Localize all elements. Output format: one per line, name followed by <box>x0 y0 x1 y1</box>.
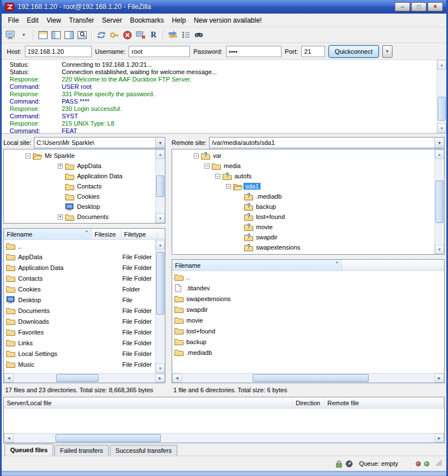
scrollbar-track[interactable] <box>435 159 444 245</box>
remote-site-dropdown-button[interactable]: ▼ <box>434 138 444 148</box>
reconnect-icon[interactable]: R <box>147 29 160 41</box>
password-input[interactable] <box>226 46 281 57</box>
tree-list-splitter[interactable] <box>170 255 446 259</box>
tree-item-swapextensions[interactable]: ?swapextensions <box>172 242 444 252</box>
local-file-row-downloads[interactable]: DownloadsFile Folder <box>4 316 165 327</box>
remote-file-row-movie[interactable]: movie <box>172 315 444 325</box>
scroll-up-button[interactable]: ▲ <box>156 149 165 159</box>
local-tree-scrollbar[interactable]: ▲▼ <box>155 149 165 223</box>
tab-successful-transfers[interactable]: Successful transfers <box>110 445 177 456</box>
scroll-left-button[interactable]: ◀ <box>4 374 14 383</box>
remote-site-combobox[interactable]: /var/media/autofs/sda1 ▼ <box>209 137 445 148</box>
menu-bookmarks[interactable]: Bookmarks <box>126 15 168 26</box>
scrollbar-thumb[interactable] <box>253 374 369 382</box>
tree-item-backup[interactable]: ?backup <box>172 201 444 212</box>
scrollbar-thumb[interactable] <box>156 252 164 315</box>
menu-view[interactable]: View <box>42 15 65 26</box>
scroll-up-button[interactable]: ▲ <box>156 240 165 250</box>
site-manager-icon[interactable] <box>5 29 17 41</box>
remote-file-row-item[interactable]: .. <box>172 272 444 282</box>
scroll-down-button[interactable]: ▼ <box>437 123 446 133</box>
local-list-scrollbar[interactable]: ▲▼ <box>155 240 165 373</box>
message-log-scrollbar[interactable]: ▲▼ <box>437 60 446 133</box>
encryption-icon[interactable] <box>336 460 342 468</box>
local-file-row-appdata[interactable]: AppDataFile Folder <box>4 251 165 262</box>
tree-item-application-data[interactable]: Application Data <box>4 171 165 181</box>
tree-expander-minus[interactable]: − <box>204 164 210 169</box>
local-file-row-music[interactable]: MusicFile Folder <box>4 359 165 370</box>
tree-item-desktop[interactable]: Desktop <box>4 201 165 212</box>
tree-item-media[interactable]: −media <box>172 161 444 171</box>
tree-item-contacts[interactable]: Contacts <box>4 181 165 191</box>
scrollbar-thumb[interactable] <box>56 434 161 442</box>
tab-queued-files[interactable]: Queued files <box>5 444 53 456</box>
remote-file-row-swapextensions[interactable]: swapextensions <box>172 293 444 304</box>
local-file-row-application-data[interactable]: Application DataFile Folder <box>4 262 165 273</box>
local-file-row-cookies[interactable]: CookiesFolder <box>4 284 165 294</box>
tree-item-dvd[interactable]: ?dvd <box>172 252 444 255</box>
local-site-dropdown-button[interactable]: ▼ <box>155 138 165 148</box>
scrollbar-track[interactable] <box>156 250 165 363</box>
remote-file-row-swapdir[interactable]: swapdir <box>172 304 444 315</box>
column-header-filetype[interactable]: Filetype <box>121 229 157 239</box>
scroll-right-button[interactable]: ▶ <box>434 374 444 383</box>
maximize-button[interactable]: □ <box>411 2 426 11</box>
local-site-combobox[interactable]: C:\Users\Mr Sparkle\ ▼ <box>34 137 165 148</box>
tree-item-swapdir[interactable]: ?swapdir <box>172 232 444 242</box>
refresh-icon[interactable] <box>95 29 108 41</box>
remote-file-row-mediadb[interactable]: .mediadb <box>172 347 444 358</box>
scroll-right-button[interactable]: ▶ <box>434 434 444 443</box>
tree-item-sda1[interactable]: −sda1 <box>172 181 444 191</box>
tree-item-documents[interactable]: +Documents <box>4 212 165 222</box>
scroll-up-button[interactable]: ▲ <box>437 60 446 70</box>
scrollbar-track[interactable] <box>182 374 434 383</box>
scrollbar-thumb[interactable] <box>438 97 446 121</box>
menu-edit[interactable]: Edit <box>23 15 42 26</box>
tree-list-splitter[interactable] <box>2 224 167 228</box>
scroll-down-button[interactable]: ▼ <box>156 213 165 223</box>
cancel-icon[interactable] <box>121 29 134 41</box>
tree-item-lost-found[interactable]: ?lost+found <box>172 212 444 222</box>
scroll-left-button[interactable]: ◀ <box>172 374 182 383</box>
tree-item-appdata[interactable]: +AppData <box>4 161 165 171</box>
column-header-filename[interactable]: Filename▲ <box>172 260 342 271</box>
quickconnect-dropdown-button[interactable]: ▼ <box>382 45 392 58</box>
port-input[interactable] <box>301 46 325 57</box>
local-file-row-contacts[interactable]: ContactsFile Folder <box>4 273 165 284</box>
tree-item-mediadb[interactable]: ?.mediadb <box>172 191 444 201</box>
menu-file[interactable]: File <box>4 15 23 26</box>
toggle-message-log-icon[interactable] <box>37 29 49 41</box>
tree-expander-plus[interactable]: + <box>58 215 63 220</box>
scrollbar-thumb[interactable] <box>56 374 99 382</box>
scroll-right-button[interactable]: ▶ <box>155 374 165 383</box>
host-input[interactable] <box>25 46 92 57</box>
synchronized-browsing-icon[interactable] <box>180 29 192 41</box>
directory-compare-icon[interactable] <box>167 29 179 41</box>
column-header-server-local-file[interactable]: Server/Local file <box>4 397 293 408</box>
toggle-queue-icon[interactable] <box>76 29 88 41</box>
tree-expander-minus[interactable]: − <box>215 174 220 179</box>
menu-transfer[interactable]: Transfer <box>65 15 98 26</box>
toggle-remote-tree-icon[interactable] <box>63 29 75 41</box>
tree-expander-minus[interactable]: − <box>25 153 31 158</box>
tree-item-mr-sparkle[interactable]: −Mr Sparkle <box>4 151 165 161</box>
scrollbar-track[interactable] <box>156 159 165 213</box>
remote-file-row-titandev[interactable]: .titandev <box>172 282 444 293</box>
tree-item-autofs[interactable]: −?autofs <box>172 171 444 181</box>
process-queue-icon[interactable] <box>108 29 121 41</box>
tree-expander-minus[interactable]: − <box>226 184 231 189</box>
scrollbar-track[interactable] <box>14 434 434 443</box>
local-file-row-item[interactable]: .. <box>4 241 165 251</box>
new-version-link[interactable]: New version available! <box>190 15 266 26</box>
local-file-row-local-settings[interactable]: Local SettingsFile Folder <box>4 348 165 359</box>
scroll-down-button[interactable]: ▼ <box>435 245 444 254</box>
remote-file-row-lost-found[interactable]: lost+found <box>172 325 444 336</box>
toggle-local-tree-icon[interactable] <box>50 29 62 41</box>
queue-horizontal-scrollbar[interactable]: ◀▶ <box>4 433 444 443</box>
local-file-row-links[interactable]: LinksFile Folder <box>4 337 165 348</box>
local-list-horizontal-scrollbar[interactable]: ◀▶ <box>4 373 165 383</box>
tab-failed-transfers[interactable]: Failed transfers <box>54 445 109 456</box>
local-file-row-documents[interactable]: DocumentsFile Folder <box>4 305 165 316</box>
tree-item-downloads[interactable]: +Downloads <box>4 222 165 224</box>
scrollbar-thumb[interactable] <box>436 181 443 224</box>
